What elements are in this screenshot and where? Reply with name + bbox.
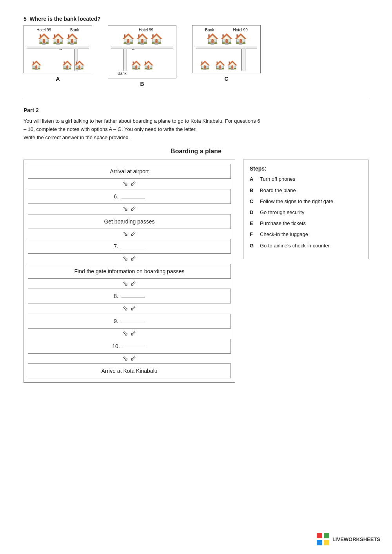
- flow-arrow-7: ⇘ ⇙: [28, 329, 231, 339]
- house-icon-1: 🏠: [38, 33, 50, 45]
- findgate-text: Find the gate information on boarding pa…: [74, 268, 185, 274]
- steps-header: Steps:: [250, 165, 362, 172]
- step-d: D Go through security: [250, 209, 362, 216]
- diag-a-label-hotel: Hotel 99: [36, 28, 51, 32]
- q8-blank[interactable]: [122, 298, 145, 298]
- flow-box-q8: 8.: [28, 289, 231, 303]
- diagram-b: Hotel 99 🏠 🏠 🏠 ← 🏠 🏠: [108, 25, 176, 78]
- q5-label-b: B: [140, 81, 144, 87]
- q5-label: 5 Where is the bank located?: [24, 16, 368, 22]
- q8-label: 8.: [114, 293, 145, 299]
- step-e-text: Purchase the tickets: [260, 220, 306, 227]
- part2-instructions: You will listen to a girl talking to her…: [24, 117, 368, 142]
- house-icon-b2: 🏠: [136, 33, 149, 45]
- step-f-text: Check-in the luggage: [260, 231, 308, 238]
- step-e-letter: E: [250, 220, 256, 227]
- q7-label: 7.: [114, 243, 145, 249]
- q5-label-a: A: [56, 76, 60, 82]
- lws-brand-text: LIVEWORKSHEETS: [332, 536, 380, 542]
- step-b-letter: B: [250, 187, 256, 194]
- instructions-line2: – 10, complete the notes with options A …: [24, 126, 197, 132]
- flow-box-q9: 9.: [28, 314, 231, 329]
- house-icon-b3: 🏠: [150, 33, 163, 45]
- flow-arrow-1: ⇘ ⇙: [28, 179, 231, 189]
- instructions-line1: You will listen to a girl talking to her…: [24, 118, 260, 124]
- flow-arrow-2: ⇘ ⇙: [28, 204, 231, 214]
- q6-number: 6.: [114, 193, 118, 200]
- house-icon-c1: 🏠: [206, 33, 219, 45]
- steps-column: Steps: A Turn off phones B Board the pla…: [243, 160, 368, 383]
- step-b: B Board the plane: [250, 187, 362, 194]
- boarding-text: Get boarding passes: [104, 218, 154, 225]
- step-a: A Turn off phones: [250, 176, 362, 183]
- house-icon-c3: 🏠: [234, 33, 247, 45]
- diag-b-bank-label: Bank: [111, 71, 173, 76]
- flow-outer-container: Arrival at airport ⇘ ⇙ 6. ⇘ ⇙ Get boardi…: [24, 160, 235, 383]
- q10-blank[interactable]: [123, 348, 147, 348]
- q5-number: 5: [24, 16, 27, 22]
- house-icon-b1: 🏠: [122, 33, 134, 45]
- house-icon-b-br2: 🏠: [143, 60, 154, 71]
- diag-c-houses-top: 🏠 🏠 🏠: [196, 33, 257, 45]
- diag-a-label-bank: Bank: [70, 28, 79, 32]
- step-g-text: Go to airline's check-in counter: [260, 242, 330, 249]
- q5-diagrams: Hotel 99 Bank 🏠 🏠 🏠 →: [24, 25, 368, 87]
- flow-box-arrive: Arrive at Kota Kinabalu: [28, 363, 231, 378]
- flow-arrow-8: ⇘ ⇙: [28, 354, 231, 364]
- q5-option-b: Hotel 99 🏠 🏠 🏠 ← 🏠 🏠: [108, 25, 176, 87]
- svg-rect-0: [317, 533, 322, 538]
- flow-box-findgate: Find the gate information on boarding pa…: [28, 264, 231, 279]
- q7-blank[interactable]: [122, 248, 145, 248]
- house-icon-c-br2: 🏠: [215, 60, 225, 71]
- q6-label: 6.: [114, 193, 145, 200]
- main-layout: Arrival at airport ⇘ ⇙ 6. ⇘ ⇙ Get boardi…: [24, 160, 368, 383]
- house-icon-bl: 🏠: [31, 60, 42, 71]
- diag-b-labels: Hotel 99: [111, 28, 173, 32]
- part2-title: Part 2: [24, 107, 368, 113]
- step-f-letter: F: [250, 231, 256, 238]
- q8-number: 8.: [114, 293, 118, 299]
- diag-c-label-bank: Bank: [205, 28, 214, 32]
- q6-blank[interactable]: [122, 198, 145, 198]
- liveworksheets-logo: LIVEWORKSHEETS: [316, 532, 380, 546]
- q9-label: 9.: [114, 318, 145, 324]
- diag-b-label-hotel: Hotel 99: [139, 28, 153, 32]
- diag-b-houses-top: 🏠 🏠 🏠: [111, 33, 173, 45]
- house-icon-c2: 🏠: [220, 33, 233, 45]
- diag-a-houses-top: 🏠 🏠 🏠: [27, 33, 89, 45]
- step-d-text: Go through security: [260, 209, 304, 216]
- q5-label-c: C: [224, 76, 228, 82]
- step-g: G Go to airline's check-in counter: [250, 242, 362, 249]
- house-icon-br: 🏠: [62, 60, 73, 71]
- question-5: 5 Where is the bank located? Hotel 99 Ba…: [24, 16, 368, 87]
- step-b-text: Board the plane: [260, 187, 296, 194]
- step-g-letter: G: [250, 242, 256, 249]
- house-icon-b-br1: 🏠: [131, 60, 142, 71]
- house-icon-br2: 🏠: [74, 60, 85, 71]
- flow-arrow-3: ⇘ ⇙: [28, 229, 231, 239]
- q5-option-a: Hotel 99 Bank 🏠 🏠 🏠 →: [24, 25, 92, 82]
- lws-icon: [316, 532, 330, 546]
- house-icon-c-br1: 🏠: [200, 60, 210, 71]
- house-icon-2: 🏠: [52, 33, 64, 45]
- arrival-text: Arrival at airport: [110, 168, 149, 174]
- step-d-letter: D: [250, 209, 256, 216]
- steps-panel: Steps: A Turn off phones B Board the pla…: [243, 160, 368, 259]
- diagram-a: Hotel 99 Bank 🏠 🏠 🏠 →: [24, 25, 92, 73]
- diag-c-label-hotel: Hotel 99: [233, 28, 248, 32]
- flow-arrow-4: ⇘ ⇙: [28, 254, 231, 264]
- flow-arrow-6: ⇘ ⇙: [28, 303, 231, 314]
- q10-number: 10.: [112, 343, 120, 349]
- q5-option-c: Bank Hotel 99 🏠 🏠 🏠 🏠 🏠: [192, 25, 261, 82]
- house-icon-c-br3: 🏠: [227, 60, 238, 71]
- q10-label: 10.: [112, 343, 146, 349]
- flow-box-q6: 6.: [28, 189, 231, 204]
- q9-blank[interactable]: [122, 323, 145, 323]
- flow-box-q7: 7.: [28, 239, 231, 254]
- flow-box-boarding: Get boarding passes: [28, 214, 231, 229]
- q9-number: 9.: [114, 318, 118, 324]
- svg-rect-2: [317, 540, 322, 545]
- diag-c-labels: Bank Hotel 99: [196, 28, 257, 32]
- flow-column: Arrival at airport ⇘ ⇙ 6. ⇘ ⇙ Get boardi…: [24, 160, 235, 383]
- step-c-letter: C: [250, 198, 256, 205]
